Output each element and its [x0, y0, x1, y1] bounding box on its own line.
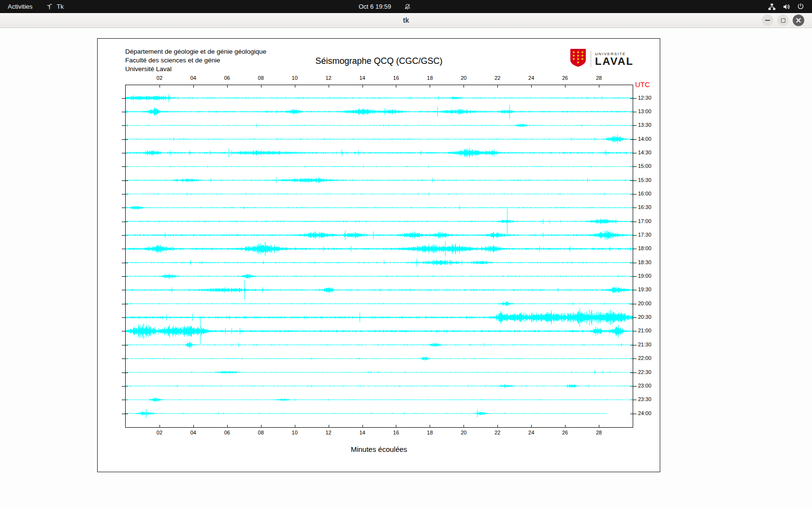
row-tick-right — [633, 359, 637, 359]
header-line-2: Faculté des sciences et de génie — [125, 56, 266, 65]
window-title: tk — [403, 16, 409, 24]
seismograph-title: Séismographe QCQ (CGC/GSC) — [315, 56, 442, 66]
row-tick-left — [122, 208, 125, 208]
row-tick-right — [633, 194, 637, 194]
power-icon — [797, 3, 804, 10]
time-row-label: 17:30 — [638, 232, 652, 238]
clock-label: Oct 6 19:59 — [359, 3, 391, 10]
row-tick-right — [633, 290, 637, 290]
time-row-label: 16:30 — [638, 204, 652, 210]
x-tick-label-top: 28 — [596, 75, 602, 81]
laval-shield-icon — [569, 48, 587, 70]
row-tick-left — [122, 373, 125, 373]
x-tick-label-top: 10 — [292, 75, 298, 81]
time-row-label: 12:30 — [638, 95, 652, 101]
x-tick-label-top: 04 — [190, 75, 196, 81]
row-tick-left — [122, 386, 125, 387]
row-tick-right — [633, 263, 637, 263]
time-row-label: 16:00 — [638, 191, 652, 196]
gnome-top-bar: Activities Tk Oct 6 19:59 — [0, 0, 812, 13]
row-tick-left — [122, 414, 125, 414]
x-tick-label-bottom: 10 — [292, 430, 298, 435]
notifications-muted-icon[interactable] — [404, 0, 411, 13]
row-tick-left — [122, 276, 125, 277]
x-tick-label-bottom: 24 — [528, 430, 534, 435]
row-tick-left — [122, 194, 125, 194]
row-tick-left — [122, 345, 125, 345]
time-row-label: 18:00 — [638, 245, 652, 251]
row-tick-right — [633, 317, 637, 318]
row-tick-left — [122, 235, 125, 236]
app-menu-label: Tk — [57, 3, 63, 10]
row-tick-left — [122, 290, 125, 290]
helicorder-plot — [125, 85, 633, 428]
row-tick-right — [633, 386, 637, 387]
row-tick-right — [633, 400, 637, 400]
row-tick-right — [633, 276, 637, 277]
row-tick-right — [633, 139, 637, 140]
row-tick-left — [122, 359, 125, 359]
tk-app-icon — [46, 3, 53, 10]
maximize-icon — [781, 18, 785, 23]
x-tick-label-top: 24 — [528, 75, 534, 81]
time-row-label: 14:00 — [638, 136, 652, 142]
time-row-label: 13:00 — [638, 108, 652, 114]
maximize-button[interactable] — [777, 15, 789, 26]
time-row-label: 20:30 — [638, 314, 652, 320]
x-tick-label-top: 12 — [325, 75, 331, 81]
activities-button[interactable]: Activities — [8, 0, 32, 13]
header-line-3: Université Laval — [125, 65, 266, 74]
row-tick-right — [633, 153, 637, 153]
x-tick-label-top: 06 — [224, 75, 230, 81]
row-tick-left — [122, 180, 125, 181]
time-row-label: 17:00 — [638, 218, 652, 224]
x-tick-label-bottom: 12 — [325, 430, 331, 435]
time-row-label: 13:30 — [638, 122, 652, 128]
close-button[interactable] — [793, 15, 804, 26]
x-tick-label-bottom: 04 — [190, 430, 196, 435]
row-tick-left — [122, 304, 125, 304]
x-tick-label-bottom: 20 — [461, 430, 466, 435]
system-status-area[interactable] — [768, 0, 812, 13]
window-content: Département de géologie et de génie géol… — [0, 28, 812, 508]
time-row-label: 24:00 — [638, 410, 652, 416]
x-tick-label-bottom: 02 — [157, 430, 162, 435]
x-tick-label-bottom: 16 — [393, 430, 399, 435]
time-row-label: 19:00 — [638, 273, 652, 279]
row-tick-left — [122, 98, 125, 99]
row-tick-left — [122, 166, 125, 167]
x-tick-label-top: 20 — [461, 75, 466, 81]
row-tick-right — [633, 414, 637, 414]
row-tick-left — [122, 153, 125, 153]
x-tick-label-top: 16 — [393, 75, 399, 81]
x-tick-label-top: 14 — [359, 75, 365, 81]
row-tick-left — [122, 112, 125, 112]
x-tick-label-bottom: 08 — [258, 430, 264, 435]
row-tick-right — [633, 166, 637, 167]
row-tick-right — [633, 304, 637, 304]
x-tick-label-bottom: 18 — [427, 430, 433, 435]
x-tick-label-top: 22 — [494, 75, 500, 81]
clock-button[interactable]: Oct 6 19:59 — [359, 0, 391, 13]
row-tick-right — [633, 249, 637, 249]
window-titlebar: tk — [0, 13, 812, 28]
time-row-label: 22:00 — [638, 355, 652, 361]
x-tick-label-bottom: 28 — [596, 430, 602, 435]
row-tick-right — [633, 222, 637, 222]
logo-divider — [591, 51, 591, 67]
x-tick-label-top: 08 — [258, 75, 264, 81]
row-tick-right — [633, 373, 637, 373]
time-row-label: 14:30 — [638, 149, 652, 155]
row-tick-right — [633, 180, 637, 181]
seismogram-canvas — [126, 85, 633, 427]
time-row-label: 19:30 — [638, 286, 652, 292]
utc-label: UTC — [635, 80, 650, 89]
time-row-label: 23:00 — [638, 383, 652, 388]
time-row-label: 20:00 — [638, 300, 652, 306]
minimize-button[interactable] — [762, 15, 773, 26]
app-menu-tk[interactable]: Tk — [46, 0, 63, 13]
time-row-label: 22:30 — [638, 369, 652, 375]
row-tick-left — [122, 249, 125, 249]
activities-label: Activities — [8, 3, 32, 10]
header-line-1: Département de géologie et de génie géol… — [125, 47, 266, 56]
